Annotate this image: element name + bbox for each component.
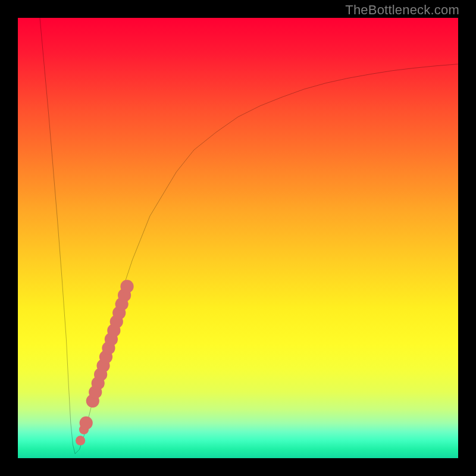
highlight-dots xyxy=(76,280,134,445)
watermark-text: TheBottleneck.com xyxy=(345,2,459,18)
bottleneck-curve-svg xyxy=(18,18,458,458)
highlight-dot xyxy=(120,280,133,293)
highlight-dot xyxy=(80,416,93,430)
plot-area xyxy=(18,18,458,458)
chart-frame: TheBottleneck.com xyxy=(0,0,476,476)
highlight-dot xyxy=(76,436,85,445)
bottleneck-curve-path xyxy=(40,18,458,454)
